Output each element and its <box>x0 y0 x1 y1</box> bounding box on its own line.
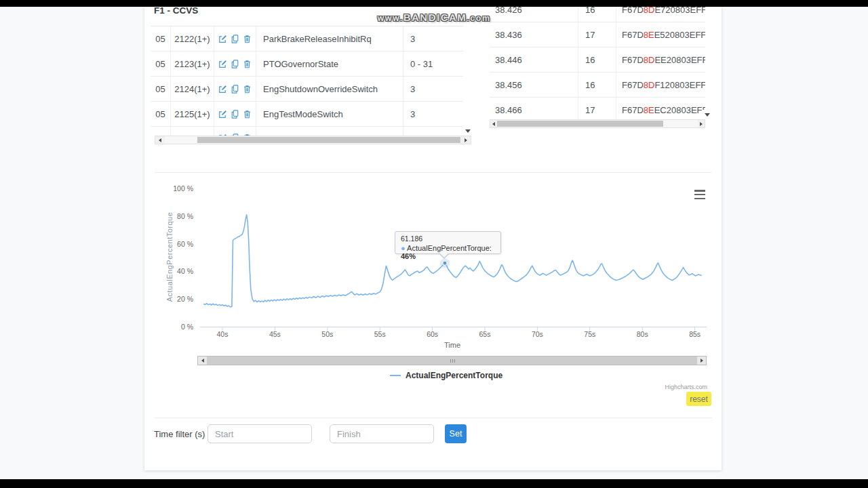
bottom-black-bar <box>0 479 868 488</box>
spn-cell: 2123(1+) <box>171 52 214 76</box>
highlighted-hex: 8E <box>644 30 654 40</box>
can-id-cell: F67D8DF120803EFF <box>616 73 705 97</box>
watermark-suffix: .com <box>467 14 490 23</box>
delete-icon[interactable] <box>243 60 252 68</box>
signals-table-scroll-down-icon[interactable] <box>463 126 473 136</box>
table-row-clipped <box>151 127 463 136</box>
signals-hscroll-thumb[interactable] <box>197 137 460 143</box>
y-tick-label: 60 % <box>163 240 193 248</box>
bandicam-watermark: www.BANDICAM.com <box>298 12 570 23</box>
y-tick-label: 20 % <box>163 295 193 303</box>
y-tick-label: 40 % <box>163 267 193 275</box>
legend-line-icon <box>390 375 401 376</box>
screenshot-root: www.BANDICAM.com F1 - CCVS 05 2122(1+) P… <box>0 0 868 488</box>
value-cell: 16 <box>578 47 616 72</box>
tooltip-x-value: 61.186 <box>401 235 500 243</box>
messages-table: 38.426 16 F67D8DE720803EFF 38.436 17 F67… <box>490 7 705 119</box>
start-input[interactable] <box>208 424 312 443</box>
table-row: 05 2122(1+) ParkBrakeReleaseInhibitRq 3 <box>151 26 463 52</box>
signal-name-cell: PTOGovernorState <box>256 52 403 76</box>
range-cell: 0 - 31 <box>403 52 463 76</box>
edit-icon[interactable] <box>218 85 227 94</box>
delete-icon[interactable] <box>243 35 252 43</box>
legend-label: ActualEngPercentTorque <box>406 371 502 380</box>
actions-cell <box>214 127 256 136</box>
range-cell: 3 <box>403 102 463 126</box>
highlighted-hex: 8E <box>644 105 654 115</box>
scroll-right-icon[interactable] <box>461 136 471 144</box>
scroll-right-icon[interactable] <box>698 120 705 127</box>
chart-navigator-scrollbar[interactable] <box>197 356 707 365</box>
y-tick-label: 80 % <box>163 212 193 220</box>
signal-name-cell: ParkBrakeReleaseInhibitRq <box>256 26 403 51</box>
table-row: 05 2125(1+) EngTestModeSwitch 3 <box>151 102 463 127</box>
navigator-right-icon[interactable] <box>697 357 706 365</box>
y-tick-label: 100 % <box>163 184 193 192</box>
spn-cell: 2122(1+) <box>171 26 214 51</box>
src-cell: 05 <box>151 77 171 101</box>
src-cell: 05 <box>151 26 171 51</box>
signal-name-cell: EngShutdownOverrideSwitch <box>256 77 403 101</box>
value-cell: 16 <box>578 73 616 97</box>
x-axis-title: Time <box>429 341 476 349</box>
watermark-brand: BANDICAM <box>403 12 467 23</box>
finish-input[interactable] <box>330 424 434 443</box>
table-row: 05 2124(1+) EngShutdownOverrideSwitch 3 <box>151 77 463 102</box>
table-row: 38.446 16 F67D8DEE20803EFF <box>490 47 705 73</box>
highcharts-credits-link[interactable]: Highcharts.com <box>639 384 707 390</box>
messages-table-hscrollbar[interactable] <box>490 119 705 128</box>
value-cell: 17 <box>578 98 616 119</box>
copy-icon[interactable] <box>231 85 239 94</box>
range-cell: 3 <box>403 26 463 51</box>
value-cell: 17 <box>578 22 616 47</box>
time-cell: 38.446 <box>490 47 578 72</box>
chart-menu-icon[interactable] <box>694 190 705 199</box>
section-divider <box>155 418 712 418</box>
legend-item[interactable]: ActualEngPercentTorque <box>390 371 502 380</box>
time-filter-label: Time filter (s) <box>154 429 205 439</box>
signal-name-cell: EngTestModeSwitch <box>256 102 403 126</box>
actions-cell <box>214 102 256 126</box>
delete-icon[interactable] <box>243 110 252 119</box>
table-row: 38.466 17 F67D8EEC20803EFF <box>490 98 705 119</box>
table-row: 38.456 16 F67D8DF120803EFF <box>490 73 705 98</box>
navigator-grip-icon[interactable] <box>450 359 455 363</box>
top-black-bar <box>0 0 868 7</box>
delete-icon[interactable] <box>243 85 252 94</box>
scroll-left-icon[interactable] <box>490 120 497 127</box>
table-row: 05 2123(1+) PTOGovernorState 0 - 31 <box>151 52 463 77</box>
highlighted-hex: 8D <box>644 55 655 65</box>
can-id-cell: F67D8EEC20803EFF <box>616 98 705 119</box>
reset-button[interactable]: reset <box>686 392 711 406</box>
series-bullet-icon: ● <box>401 244 406 252</box>
section-divider <box>155 172 712 173</box>
watermark-prefix: www. <box>377 14 403 23</box>
src-cell: 05 <box>151 52 171 76</box>
tooltip-series-row: ● ActualEngPercentTorque: 46% <box>401 244 500 260</box>
navigator-left-icon[interactable] <box>198 357 207 365</box>
copy-icon[interactable] <box>231 35 239 43</box>
edit-icon[interactable] <box>218 60 227 68</box>
pgn-group-title: F1 - CCVS <box>154 5 198 16</box>
scroll-left-icon[interactable] <box>155 136 165 144</box>
copy-icon[interactable] <box>231 110 239 119</box>
set-button[interactable]: Set <box>445 424 467 443</box>
edit-icon[interactable] <box>218 35 227 43</box>
copy-icon[interactable] <box>231 60 239 68</box>
spn-cell: 2125(1+) <box>171 102 214 126</box>
time-cell: 38.456 <box>490 73 578 97</box>
tooltip-value: 46% <box>401 252 416 260</box>
highlighted-hex: 8D <box>644 80 655 90</box>
time-cell: 38.466 <box>490 98 578 119</box>
actions-cell <box>214 52 256 76</box>
y-tick-label: 0 % <box>163 323 193 331</box>
edit-icon[interactable] <box>218 110 227 119</box>
can-id-cell: F67D8DE720803EFF <box>616 7 705 22</box>
actions-cell <box>214 26 256 51</box>
messages-hscroll-thumb[interactable] <box>497 121 663 127</box>
chart-tooltip: 61.186 ● ActualEngPercentTorque: 46% <box>395 231 501 254</box>
signals-table-hscrollbar[interactable] <box>155 136 471 144</box>
messages-table-scroll-down-icon[interactable] <box>703 110 712 119</box>
hover-point-marker <box>443 261 447 265</box>
y-axis-title: ActualEngPercentTorque <box>165 189 174 325</box>
